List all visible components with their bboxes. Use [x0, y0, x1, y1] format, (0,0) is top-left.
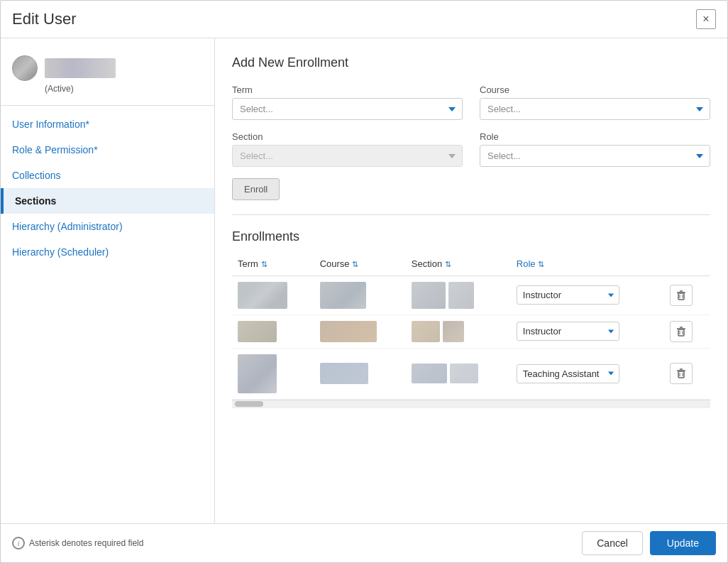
cell-action-1: [664, 275, 710, 315]
svg-rect-0: [678, 293, 684, 300]
sidebar-item-role-permission[interactable]: Role & Permission*: [1, 137, 214, 163]
enrollments-table-wrapper[interactable]: Term ⇅ Course ⇅ Section ⇅: [232, 253, 710, 400]
table-row: Instructor Teaching Assistant Student: [232, 348, 710, 399]
row1-role-select[interactable]: Instructor Teaching Assistant Student: [517, 285, 619, 305]
cell-term-1: [232, 275, 314, 315]
cell-course-2: [314, 315, 406, 348]
sort-icon-course[interactable]: ⇅: [352, 260, 362, 270]
sidebar-user-info: [12, 55, 116, 81]
row2-role-select[interactable]: Instructor Teaching Assistant Student: [517, 322, 619, 341]
avatar: [12, 55, 38, 81]
cell-term-3: [232, 348, 314, 399]
table-header-row: Term ⇅ Course ⇅ Section ⇅: [232, 253, 710, 275]
footer-note: i Asterisk denotes required field: [12, 537, 143, 550]
term-select[interactable]: Select...: [232, 98, 463, 120]
delete-button-3[interactable]: [670, 363, 693, 384]
sidebar-item-hierarchy-admin[interactable]: Hierarchy (Administrator): [1, 214, 214, 239]
cell-role-1: Instructor Teaching Assistant Student: [511, 275, 665, 315]
modal-title: Edit User: [12, 10, 76, 28]
sidebar-item-user-information[interactable]: User Information*: [1, 111, 214, 137]
enrollments-section: Enrollments Term ⇅ Course ⇅: [232, 229, 710, 400]
course-select[interactable]: Select...: [480, 98, 710, 120]
footer-note-text: Asterisk denotes required field: [29, 538, 143, 548]
modal-header: Edit User ×: [1, 1, 727, 38]
h-scroll-thumb: [235, 401, 263, 407]
form-group-course: Course Select...: [480, 84, 710, 120]
delete-button-1[interactable]: [670, 285, 693, 306]
cell-course-3: [314, 348, 406, 399]
sidebar-nav: User Information* Role & Permission* Col…: [1, 106, 214, 270]
enrollments-title: Enrollments: [232, 229, 710, 244]
delete-button-2[interactable]: [670, 321, 693, 342]
row1-role-select-wrapper: Instructor Teaching Assistant Student: [517, 285, 619, 305]
update-button[interactable]: Update: [650, 531, 716, 555]
cell-role-3: Instructor Teaching Assistant Student: [511, 348, 665, 399]
modal-footer: i Asterisk denotes required field Cancel…: [1, 523, 727, 562]
role-select[interactable]: Select...: [480, 145, 710, 167]
term-select-wrapper: Select...: [232, 98, 463, 120]
cell-role-2: Instructor Teaching Assistant Student: [511, 315, 665, 348]
cell-course-1: [314, 275, 406, 315]
trash-icon-3: [675, 368, 687, 379]
section-label: Section: [232, 131, 463, 142]
cell-action-3: [664, 348, 710, 399]
add-enrollment-title: Add New Enrollment: [232, 55, 710, 70]
divider: [232, 214, 710, 215]
cell-section-1: [406, 275, 511, 315]
form-row-section-role: Section Select... Role Select...: [232, 131, 710, 167]
course-label: Course: [480, 84, 710, 95]
term-label: Term: [232, 84, 463, 95]
th-course: Course ⇅: [314, 253, 406, 275]
trash-icon-2: [675, 326, 687, 337]
svg-rect-5: [678, 329, 684, 336]
form-group-section: Section Select...: [232, 131, 463, 167]
cell-term-2: [232, 315, 314, 348]
row3-role-select-wrapper: Instructor Teaching Assistant Student: [517, 364, 619, 383]
info-icon: i: [12, 537, 25, 550]
trash-icon-1: [675, 290, 687, 301]
footer-actions: Cancel Update: [582, 531, 716, 555]
svg-rect-10: [678, 371, 684, 378]
sort-icon-term[interactable]: ⇅: [261, 260, 271, 270]
sort-icon-role[interactable]: ⇅: [538, 260, 548, 270]
th-role: Role ⇅: [511, 253, 665, 275]
user-name-placeholder: [45, 58, 116, 78]
table-row: Instructor Teaching Assistant Student: [232, 275, 710, 315]
horizontal-scrollbar[interactable]: [232, 400, 710, 408]
form-group-role: Role Select...: [480, 131, 710, 167]
sidebar-item-sections[interactable]: Sections: [1, 188, 214, 214]
role-select-wrapper: Select...: [480, 145, 710, 167]
sort-icon-section[interactable]: ⇅: [445, 260, 455, 270]
row2-role-select-wrapper: Instructor Teaching Assistant Student: [517, 322, 619, 341]
table-row: Instructor Teaching Assistant Student: [232, 315, 710, 348]
row3-role-select[interactable]: Instructor Teaching Assistant Student: [517, 364, 619, 383]
section-select-wrapper: Select...: [232, 145, 463, 167]
modal: Edit User × (Active) User Information* R…: [0, 0, 728, 563]
cell-section-3: [406, 348, 511, 399]
course-select-wrapper: Select...: [480, 98, 710, 120]
form-row-term-course: Term Select... Course Select...: [232, 84, 710, 120]
enroll-button[interactable]: Enroll: [232, 178, 280, 200]
user-status: (Active): [45, 84, 74, 94]
main-content: Add New Enrollment Term Select... Course: [215, 38, 727, 523]
th-actions: [664, 253, 710, 275]
section-select[interactable]: Select...: [232, 145, 463, 167]
cell-section-2: [406, 315, 511, 348]
enrollments-table: Term ⇅ Course ⇅ Section ⇅: [232, 253, 710, 400]
sidebar-item-hierarchy-scheduler[interactable]: Hierarchy (Scheduler): [1, 239, 214, 265]
cancel-button[interactable]: Cancel: [582, 531, 643, 555]
sidebar-item-collections[interactable]: Collections: [1, 163, 214, 188]
cell-action-2: [664, 315, 710, 348]
sidebar: (Active) User Information* Role & Permis…: [1, 38, 215, 523]
th-section: Section ⇅: [406, 253, 511, 275]
role-label: Role: [480, 131, 710, 142]
sidebar-user: (Active): [1, 50, 214, 106]
form-group-term: Term Select...: [232, 84, 463, 120]
close-button[interactable]: ×: [696, 9, 716, 29]
th-term: Term ⇅: [232, 253, 314, 275]
modal-body: (Active) User Information* Role & Permis…: [1, 38, 727, 523]
